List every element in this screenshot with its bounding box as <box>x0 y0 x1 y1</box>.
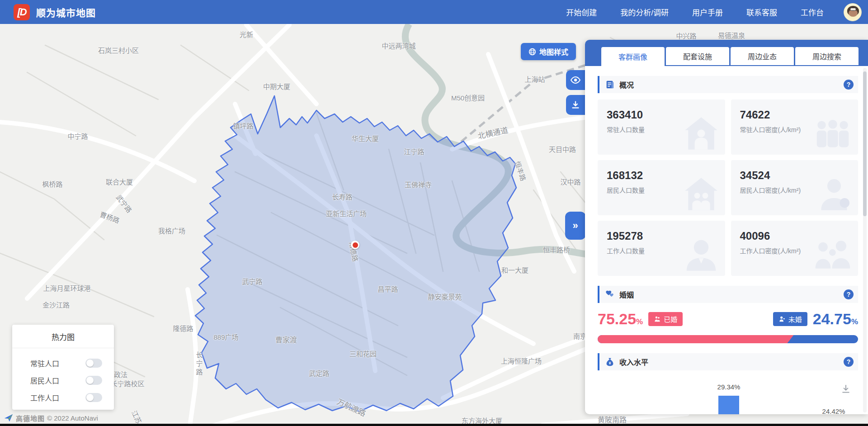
toggle-visibility-button[interactable] <box>566 70 585 90</box>
couple-icon <box>654 316 661 323</box>
map-label: 易德温泉 <box>718 30 745 40</box>
money-bag-icon: ¥ <box>605 357 615 367</box>
tab-nearby-search[interactable]: 周边搜索 <box>795 47 859 65</box>
chart-download-icon[interactable] <box>840 383 852 397</box>
worker-bust-icon <box>682 235 721 274</box>
copyright-text: © 2022 AutoNavi <box>47 414 98 422</box>
stat-card-working-count: 195278 工作人口数量 <box>598 221 725 276</box>
map-label: 曹杨路 <box>99 209 121 225</box>
map-label: 长宁路校区 <box>110 379 144 388</box>
map-label: 武宁路 <box>114 193 134 214</box>
map-label: 中兴路 <box>676 31 696 40</box>
map-label: 中宁路 <box>67 131 88 141</box>
toggle-label: 工作人口 <box>30 392 59 403</box>
map-label: 天目中路 <box>549 144 576 154</box>
map-label: 上海恒隆广场 <box>501 356 542 365</box>
panel-body: 概况 ? 363410 常驻人口数量 74622 常驻人口密度(人/km²) <box>585 76 868 414</box>
heatmap-row-living: 居民人口 <box>30 372 102 389</box>
nav-user-manual[interactable]: 用户手册 <box>692 6 723 18</box>
map-label: 亚新生活广场 <box>326 208 367 218</box>
overview-help-icon[interactable]: ? <box>844 80 854 90</box>
map-label: 889广场 <box>213 332 238 341</box>
income-title: 收入水平 <box>619 356 648 367</box>
living-population-toggle[interactable] <box>85 376 102 385</box>
resident-population-toggle[interactable] <box>85 359 102 368</box>
working-population-toggle[interactable] <box>85 393 102 402</box>
eye-icon <box>570 75 581 85</box>
map-label: 汉中路 <box>560 177 580 186</box>
people-group-icon <box>812 114 854 153</box>
map-label: 我格广场 <box>158 226 185 235</box>
map-label: 华生大厦 <box>352 133 379 143</box>
map-label: 长宁路 <box>194 351 204 377</box>
map-label: 光新 <box>240 29 253 39</box>
center-marker[interactable] <box>351 241 359 249</box>
married-badge: 已婚 <box>648 312 683 326</box>
map-style-label: 地图样式 <box>539 46 568 57</box>
marriage-section-header: 婚姻 ? <box>598 286 858 303</box>
map-label: 黄陂南路 <box>598 414 627 425</box>
map-label: 静安豪景苑 <box>428 292 462 301</box>
map-label: 上海月星环球港 <box>43 283 90 293</box>
map-label: 万航渡路 <box>335 395 368 418</box>
map-label: 政法 <box>114 369 127 379</box>
panel-scrollbar[interactable] <box>863 68 867 412</box>
marriage-title: 婚姻 <box>619 289 634 300</box>
income-bar-label: 24.42% <box>822 407 845 414</box>
map-label: 联合大厦 <box>106 177 133 186</box>
overview-title: 概况 <box>619 79 634 90</box>
heatmap-panel: 热力图 常驻人口 居民人口 工作人口 <box>12 325 114 410</box>
toggle-label: 常驻人口 <box>30 358 59 369</box>
app-title: 顺为城市地图 <box>36 5 96 19</box>
map-label: 石岚三村小区 <box>98 45 139 55</box>
map-label: 和一大厦 <box>501 265 528 275</box>
map-label: 镇坪路 <box>233 121 253 130</box>
map-label: 曹家渡 <box>275 334 297 345</box>
nav-contact-support[interactable]: 联系客服 <box>746 6 777 18</box>
married-percent: 75.25% <box>598 310 643 328</box>
top-navbar: [D 顺为城市地图 开始创建 我的分析/调研 用户手册 联系客服 工作台 <box>0 0 868 24</box>
nav-my-analysis[interactable]: 我的分析/调研 <box>620 6 669 18</box>
income-help-icon[interactable]: ? <box>844 357 854 367</box>
tab-nearby-business[interactable]: 周边业态 <box>731 47 794 65</box>
nav-workbench[interactable]: 工作台 <box>801 6 824 18</box>
unmarried-badge: 未婚 <box>773 312 807 326</box>
stat-card-resident-count: 363410 常驻人口数量 <box>598 99 725 155</box>
map-attribution: 高德地图 © 2022 AutoNavi <box>4 413 98 423</box>
income-bar-label: 29.34% <box>717 383 741 391</box>
family-group-icon <box>812 235 854 274</box>
map-label: 中期大厦 <box>263 81 290 91</box>
marriage-help-icon[interactable]: ? <box>844 289 854 299</box>
tab-customer-profile[interactable]: 客群画像 <box>601 47 665 66</box>
person-icon <box>815 175 854 213</box>
map-label: 昌平路 <box>377 284 398 293</box>
stat-card-working-density: 40096 工作人口密度(人/km²) <box>731 221 859 276</box>
app-logo: [D <box>14 4 30 20</box>
map-label: 江宁路 <box>404 147 424 156</box>
scrollbar-thumb[interactable] <box>863 71 867 216</box>
map-label: 江苏 <box>130 409 144 425</box>
tab-facilities[interactable]: 配套设施 <box>666 47 729 65</box>
analysis-panel: 客群画像 配套设施 周边业态 周边搜索 概况 ? 363410 <box>585 40 868 414</box>
amap-logo-icon <box>4 413 14 423</box>
hearts-icon <box>605 289 615 299</box>
heatmap-row-resident: 常驻人口 <box>30 355 102 372</box>
map-label: M50创意园 <box>451 93 485 102</box>
app: 光新石岚三村小区中远两湾城中兴路易德温泉上海站M50创意园中期大厦镇坪路华生大厦… <box>0 0 868 426</box>
collapse-panel-button[interactable]: » <box>565 212 586 240</box>
user-avatar[interactable] <box>844 3 862 21</box>
toggle-label: 居民人口 <box>30 375 59 386</box>
map-style-button[interactable]: 地图样式 <box>521 43 576 60</box>
map-label: 中远两湾城 <box>382 41 415 50</box>
map-label: 隆德路 <box>173 323 193 333</box>
map-label: 长寿路 <box>332 192 352 201</box>
heatmap-title: 热力图 <box>12 325 114 348</box>
married-bar-segment <box>598 335 793 343</box>
report-icon <box>605 80 615 90</box>
map-label: 武定路 <box>309 368 329 378</box>
nav-start-create[interactable]: 开始创建 <box>566 6 597 18</box>
download-map-button[interactable] <box>566 95 585 115</box>
stat-card-living-count: 168132 居民人口数量 <box>598 160 725 215</box>
map-label: 恒丰路 <box>513 160 528 182</box>
globe-icon <box>528 48 536 56</box>
